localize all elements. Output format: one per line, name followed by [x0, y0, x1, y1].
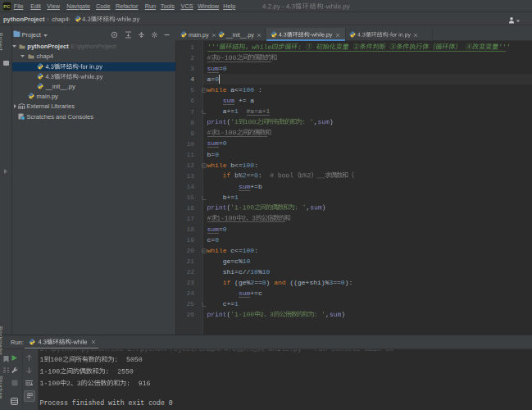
- svg-text:PC: PC: [3, 4, 11, 9]
